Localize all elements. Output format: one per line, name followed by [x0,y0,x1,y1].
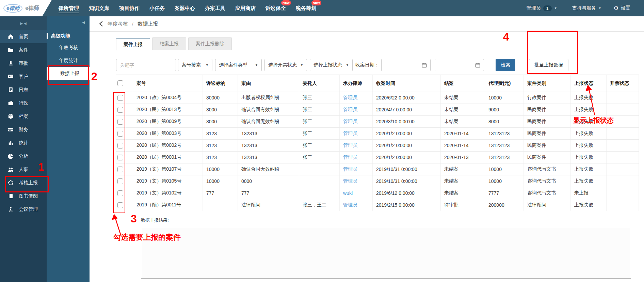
lawyer-link[interactable]: 管理员 [343,119,357,125]
top-nav-item[interactable]: 税务筹划NEW [296,0,316,16]
table-row[interactable]: 2020（民）第0013号3000确认合同有效纠纷张三管理员2020/4/7 0… [116,104,639,116]
tab-item[interactable]: 结案上报 [152,37,186,50]
cell-value: 13123123 [488,155,510,160]
row-checkbox[interactable] [117,167,123,172]
lawyer-link[interactable]: 管理员 [343,166,357,172]
lawyer-link[interactable]: 管理员 [343,95,357,101]
table-row[interactable]: 2019（顾）第0011号法律顾问张三，王二管理员2019/2/15 0:00:… [116,199,639,211]
table-row[interactable]: 2020（民）第0001号3123132313张三管理员2020/1/2 0:0… [116,152,639,163]
row-checkbox[interactable] [117,119,123,125]
secondary-sidebar-collapse-toggle[interactable]: ◀ [47,16,90,28]
column-header: 委托人 [299,75,340,92]
cell-category: 咨询代写文书 [524,175,571,187]
top-nav-item[interactable]: 应用商店 [235,0,256,16]
table-row[interactable]: 2020（民）第0009号3000确认合同无效纠纷张三管理员2020/3/10 … [116,116,639,128]
cell-lawyer: 管理员 [340,104,373,115]
date-from-input[interactable] [385,62,419,68]
batch-report-button[interactable]: 批量上报数据 [529,59,568,71]
top-nav-item[interactable]: 小任务 [149,0,165,16]
sidebar-item-hr[interactable]: 人事 [0,163,47,176]
lawyer-link[interactable]: 管理员 [343,130,357,137]
search-type-select[interactable]: 案号搜索 ▼ [178,59,212,71]
select-all-checkbox[interactable] [117,80,123,86]
row-checkbox[interactable] [117,95,123,101]
row-checkbox[interactable] [117,107,123,113]
tab-active[interactable]: 案件上报 [116,38,150,50]
app-logo[interactable]: e律师 e律师 [0,0,54,16]
cell-value: 张三 [303,154,312,160]
lawyer-link[interactable]: wukl [343,190,353,196]
calendar-icon[interactable] [475,63,480,68]
support-menu[interactable]: 支持与服务 ▼ [572,5,601,11]
sidebar-item-home[interactable]: 首页 [0,30,47,43]
table-row[interactable]: 2020（民）第0002号3123132313张三管理员2020/1/2 0:0… [116,140,639,152]
cell-value: 2020（民）第0009号 [136,119,181,125]
table-row[interactable]: 2019（文）第0105号100000000管理员2019/10/31 0:00… [116,175,639,187]
report-status-select[interactable]: 选择上报状态 ▼ [310,59,353,71]
lawyer-link[interactable]: 管理员 [343,202,357,208]
settings-button[interactable]: ⚙ 设置 [614,5,630,11]
sidebar-item-analysis[interactable]: 分析 [0,150,47,163]
user-menu[interactable]: 管理员 1 ▼ [527,5,557,11]
table-row[interactable]: 2019（文）第0102号777777wukl2019/6/12 0:00:00… [116,187,639,199]
calendar-icon[interactable] [422,63,427,68]
sidebar-item-archive[interactable]: 档案 [0,110,47,123]
cell-lawyer: 管理员 [340,116,373,127]
report-result-textarea[interactable] [141,227,631,279]
sidebar-item-customer[interactable]: 客户 [0,70,47,83]
case-type-select[interactable]: 选择案件类型 ▼ [215,59,262,71]
row-checkbox[interactable] [117,190,123,196]
cell-client: 张三 [299,140,340,151]
settings-label: 设置 [621,5,630,11]
user-name: 管理员 [527,5,541,11]
lawyer-link[interactable]: 管理员 [343,178,357,184]
search-button[interactable]: 检索 [496,59,515,71]
cell-lawyer: wukl [340,187,373,199]
cell-received: 2019/2/15 0:00:00 [373,199,441,211]
lawyer-link[interactable]: 管理员 [343,154,357,160]
top-nav-item[interactable]: 诉讼保全NEW [265,0,286,16]
sidebar-item-library[interactable]: 图书借阅 [0,189,47,203]
row-checkbox[interactable] [117,202,123,208]
keyword-input[interactable] [120,62,172,68]
back-icon[interactable] [99,21,103,27]
table-row[interactable]: 2020（民）第0003号3123132313张三管理员2020/1/2 0:0… [116,128,639,140]
cell-fee: 9000 [485,104,524,115]
table-row[interactable]: 2020（政）第0004号80000出版者权权属纠纷张三管理员2020/6/22… [116,92,639,104]
row-checkbox[interactable] [117,131,123,137]
sidebar-item-meeting[interactable]: 会议管理 [0,203,47,216]
top-nav-item[interactable]: 知识文库 [89,0,109,16]
breadcrumb-parent[interactable]: 年度考核 [108,21,128,27]
sidebar-item-report[interactable]: 考核上报 [0,176,47,189]
invoice-status-select[interactable]: 选择开票状态 ▼ [264,59,307,71]
sidebar-item-finance[interactable]: 财务 [0,123,47,136]
row-checkbox[interactable] [117,178,123,184]
analysis-icon [8,153,14,159]
secondary-sidebar-item[interactable]: 数据上报 [47,67,90,80]
cell-value: 10000 [206,178,220,184]
lawyer-link[interactable]: 管理员 [343,142,357,148]
date-to-input[interactable] [438,62,472,68]
sidebar-item-log[interactable]: 日志 [0,83,47,96]
sidebar-item-admin[interactable]: 行政 [0,96,47,110]
app-window: e律师 e律师 律所管理知识文库项目协作小任务案源中心办案工具应用商店诉讼保全N… [0,0,644,282]
top-nav-item[interactable]: 办案工具 [205,0,225,16]
row-checkbox-cell [116,116,133,127]
sidebar-item-stats[interactable]: 统计 [0,136,47,150]
cell-value: 2020（政）第0004号 [136,95,181,101]
sidebar-item-case[interactable]: 案件 [0,43,47,57]
sidebar-item-approval[interactable]: 审批 [0,57,47,70]
secondary-sidebar-item[interactable]: 年底考核 [47,41,90,54]
row-checkbox[interactable] [117,155,123,160]
top-nav-item[interactable]: 项目协作 [119,0,140,16]
top-nav-item[interactable]: 案源中心 [175,0,195,16]
cell-category: 法律顾问 [524,199,571,211]
sidebar-collapse-toggle[interactable]: ▶ ◀ [0,16,47,30]
secondary-sidebar-item[interactable]: 年度统计 [47,54,90,67]
table-row[interactable]: 2019（文）第0107号10000确认合同无效纠纷管理员2019/10/31 … [116,163,639,175]
top-nav-item[interactable]: 律所管理 [59,0,79,16]
row-checkbox[interactable] [117,143,123,148]
lawyer-link[interactable]: 管理员 [343,107,357,113]
cell-case_no: 2020（民）第0003号 [133,128,203,139]
tab-item[interactable]: 案件上报删除 [188,37,232,50]
